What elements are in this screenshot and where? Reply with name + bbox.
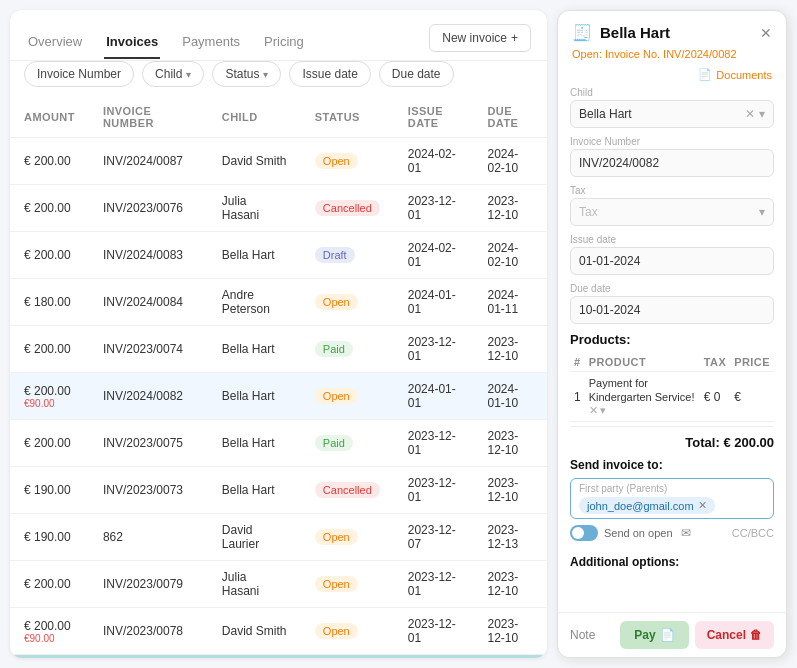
table-row[interactable]: € 200.00 INV/2024/0083 Bella Hart Draft … — [10, 232, 547, 279]
cell-amount: € 200.00 €90.00 — [10, 373, 89, 420]
cell-status: Draft — [301, 232, 394, 279]
invoice-detail-panel: 🧾 Bella Hart ✕ Open: Invoice No. INV/202… — [557, 10, 787, 658]
open-invoice-link[interactable]: Open: Invoice No. INV/2024/0082 — [558, 48, 786, 68]
table-row[interactable]: € 190.00 862 David Laurier Open 2023-12-… — [10, 514, 547, 561]
product-col-num: # — [570, 353, 585, 372]
send-on-open-toggle[interactable] — [570, 525, 598, 541]
clear-icon[interactable]: ✕ — [589, 404, 598, 417]
tax-field-group: Tax Tax ▾ — [570, 185, 774, 226]
email-tag: john_doe@gmail.com ✕ — [579, 497, 715, 514]
cell-invoice-number: INV/2024/0084 — [89, 279, 208, 326]
cell-invoice-number: INV/2024/0083 — [89, 232, 208, 279]
cell-child: Julia Hasani — [208, 561, 301, 608]
cell-due-date: 2023-12-13 — [473, 514, 547, 561]
child-control[interactable]: Bella Hart ✕ ▾ — [570, 100, 774, 128]
tax-label: Tax — [570, 185, 774, 196]
cell-amount: € 200.00 — [10, 185, 89, 232]
additional-options-title: Additional options: — [570, 551, 774, 575]
plus-icon: + — [511, 31, 518, 45]
pay-icon: 📄 — [660, 628, 675, 642]
tab-overview[interactable]: Overview — [26, 26, 84, 59]
cell-issue-date: 2024-02-01 — [394, 232, 474, 279]
cell-due-date: 2023-12-10 — [473, 185, 547, 232]
cell-issue-date: 2023-12-01 — [394, 185, 474, 232]
first-party-field[interactable]: First party (Parents) john_doe@gmail.com… — [570, 478, 774, 519]
send-title: Send invoice to: — [570, 458, 774, 472]
close-icon[interactable]: ✕ — [760, 25, 772, 41]
chevron-down-icon[interactable]: ▾ — [759, 107, 765, 121]
invoice-icon: 🧾 — [572, 23, 592, 42]
new-invoice-button[interactable]: New invoice + — [429, 24, 531, 52]
send-section: Send invoice to: First party (Parents) j… — [570, 458, 774, 551]
filter-due-date[interactable]: Due date — [379, 61, 454, 87]
cell-issue-date: 2023-12-01 — [394, 467, 474, 514]
envelope-icon: ✉ — [681, 526, 691, 540]
tax-control[interactable]: Tax ▾ — [570, 198, 774, 226]
cancel-label: Cancel — [707, 628, 746, 642]
table-row[interactable]: € 200.00 INV/2023/0075 Bella Hart Paid 2… — [10, 420, 547, 467]
cell-invoice-number: INV/2023/0079 — [89, 561, 208, 608]
pay-label: Pay — [634, 628, 655, 642]
issue-date-label: Issue date — [570, 234, 774, 245]
cell-invoice-number: INV/2023/0078 — [89, 608, 208, 655]
table-row[interactable]: € 200.00 INV/2023/0079 Julia Hasani Open… — [10, 561, 547, 608]
col-child: CHILD — [208, 97, 301, 138]
cell-child: Bella Hart — [208, 373, 301, 420]
cell-amount: € 200.00 — [10, 420, 89, 467]
cell-child: David Smith — [208, 608, 301, 655]
cell-amount: € 200.00 — [10, 138, 89, 185]
cell-issue-date: 2023-12-07 — [394, 514, 474, 561]
cell-amount: € 190.00 — [10, 514, 89, 561]
chevron-down-icon: ▾ — [186, 69, 191, 80]
cell-status: Open — [301, 561, 394, 608]
cell-status: Open — [301, 373, 394, 420]
invoice-table: AMOUNT INVOICE NUMBER CHILD STATUS ISSUE… — [10, 97, 547, 655]
table-row[interactable]: € 200.00 INV/2023/0074 Bella Hart Paid 2… — [10, 326, 547, 373]
cell-due-date: 2023-12-10 — [473, 467, 547, 514]
remove-email-icon[interactable]: ✕ — [698, 499, 707, 512]
toggle-knob — [572, 527, 584, 539]
cell-invoice-number: INV/2023/0075 — [89, 420, 208, 467]
chevron-down-icon[interactable]: ▾ — [600, 404, 606, 417]
cell-issue-date: 2024-01-01 — [394, 373, 474, 420]
due-date-control[interactable]: 10-01-2024 — [570, 296, 774, 324]
clear-icon[interactable]: ✕ — [745, 107, 755, 121]
chevron-down-icon[interactable]: ▾ — [759, 205, 765, 219]
product-price: € — [730, 372, 774, 422]
nav-tabs: Overview Invoices Payments Pricing New i… — [10, 10, 547, 61]
send-on-open-row: Send on open ✉ CC/BCC — [570, 525, 774, 541]
invoice-number-label: Invoice Number — [570, 136, 774, 147]
documents-link[interactable]: 📄 Documents — [558, 68, 786, 87]
detail-footer: Note Pay 📄 Cancel 🗑 — [558, 612, 786, 657]
filter-issue-date[interactable]: Issue date — [289, 61, 370, 87]
table-row[interactable]: € 190.00 INV/2023/0073 Bella Hart Cancel… — [10, 467, 547, 514]
table-row[interactable]: € 180.00 INV/2024/0084 Andre Peterson Op… — [10, 279, 547, 326]
tab-payments[interactable]: Payments — [180, 26, 242, 59]
table-row[interactable]: € 200.00 INV/2023/0076 Julia Hasani Canc… — [10, 185, 547, 232]
tab-pricing[interactable]: Pricing — [262, 26, 306, 59]
cell-status: Open — [301, 514, 394, 561]
pay-button[interactable]: Pay 📄 — [620, 621, 688, 649]
tab-invoices[interactable]: Invoices — [104, 26, 160, 59]
cell-due-date: 2023-12-10 — [473, 420, 547, 467]
cancel-button[interactable]: Cancel 🗑 — [695, 621, 774, 649]
filter-child[interactable]: Child ▾ — [142, 61, 204, 87]
cell-invoice-number: INV/2023/0076 — [89, 185, 208, 232]
cell-amount: € 200.00 — [10, 232, 89, 279]
issue-date-value: 01-01-2024 — [579, 254, 640, 268]
cc-bcc-label: CC/BCC — [732, 527, 774, 539]
table-row[interactable]: € 200.00 €90.00 INV/2023/0078 David Smit… — [10, 608, 547, 655]
products-table: # Product Tax Price 1 Payment for Kinder… — [570, 353, 774, 422]
filter-invoice-number[interactable]: Invoice Number — [24, 61, 134, 87]
col-due-date: DUE DATE — [473, 97, 547, 138]
note-button[interactable]: Note — [570, 628, 614, 642]
col-status: STATUS — [301, 97, 394, 138]
table-row[interactable]: € 200.00 INV/2024/0087 David Smith Open … — [10, 138, 547, 185]
cell-child: David Laurier — [208, 514, 301, 561]
cell-due-date: 2023-12-10 — [473, 326, 547, 373]
filter-status[interactable]: Status ▾ — [212, 61, 281, 87]
table-row[interactable]: € 200.00 €90.00 INV/2024/0082 Bella Hart… — [10, 373, 547, 420]
issue-date-control[interactable]: 01-01-2024 — [570, 247, 774, 275]
cell-status: Cancelled — [301, 467, 394, 514]
document-icon: 📄 — [698, 68, 712, 81]
